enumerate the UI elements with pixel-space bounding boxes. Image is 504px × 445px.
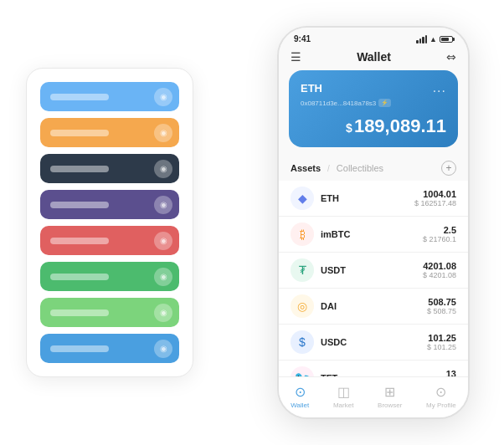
- asset-amounts: 508.75$ 508.75: [427, 297, 456, 315]
- asset-amount: 4201.08: [423, 261, 456, 271]
- bg-card-row-icon: ◉: [154, 304, 172, 322]
- bottom-nav: ⊙ Wallet ◫ Market ⊞ Browser ⊙ My Profile: [279, 376, 468, 417]
- asset-row[interactable]: ◆ETH1004.01$ 162517.48: [279, 181, 468, 217]
- asset-usd: $ 508.75: [427, 307, 456, 315]
- bg-card-row[interactable]: ◉: [40, 334, 179, 363]
- asset-amount: 2.5: [423, 225, 456, 235]
- bg-card-row-label: [50, 166, 109, 172]
- asset-row[interactable]: $USDC101.25$ 101.25: [279, 325, 468, 361]
- asset-name: ETH: [321, 193, 414, 203]
- asset-row[interactable]: ◎DAI508.75$ 508.75: [279, 289, 468, 325]
- status-icons: ▲: [416, 35, 453, 43]
- asset-icon: $: [291, 330, 314, 354]
- market-nav-icon: ◫: [337, 384, 350, 400]
- signal-icon: [416, 35, 427, 43]
- eth-card-name: ETH: [301, 82, 322, 95]
- bg-card-row-label: [50, 309, 109, 316]
- asset-icon: ₿: [291, 222, 314, 246]
- profile-nav-label: My Profile: [426, 402, 456, 409]
- market-nav-label: Market: [333, 402, 353, 409]
- eth-card[interactable]: ETH ... 0x08711d3e...8418a78s3 ⚡ $189,08…: [289, 70, 458, 147]
- nav-browser[interactable]: ⊞ Browser: [378, 384, 402, 409]
- asset-icon: ₮: [291, 258, 314, 282]
- bg-card-row-icon: ◉: [154, 232, 172, 250]
- browser-nav-label: Browser: [378, 402, 402, 409]
- bg-card-row[interactable]: ◉: [40, 190, 179, 219]
- bg-card-row-icon: ◉: [154, 196, 172, 214]
- browser-nav-icon: ⊞: [384, 384, 395, 400]
- asset-name: USDC: [321, 337, 427, 347]
- bg-card-row-label: [50, 345, 109, 352]
- bg-card-row-label: [50, 202, 109, 208]
- status-bar: 9:41 ▲: [279, 28, 468, 47]
- assets-header: Assets / Collectibles +: [279, 156, 468, 181]
- wallet-nav-label: Wallet: [291, 402, 309, 409]
- scene: ◉◉◉◉◉◉◉◉ 9:41 ▲ ☰ Wallet: [9, 9, 495, 436]
- asset-name: DAI: [321, 301, 427, 311]
- bg-card-row-icon: ◉: [154, 160, 172, 178]
- menu-icon[interactable]: ☰: [291, 50, 301, 64]
- bg-card-row-icon: ◉: [154, 268, 172, 286]
- phone-header: ☰ Wallet ⇔: [279, 47, 468, 70]
- asset-amount: 1004.01: [414, 189, 456, 199]
- eth-card-more-icon[interactable]: ...: [433, 80, 446, 95]
- battery-icon: [440, 36, 453, 43]
- asset-amount: 101.25: [427, 333, 456, 343]
- asset-amount: 13: [446, 369, 456, 376]
- page-title: Wallet: [357, 50, 391, 64]
- tab-assets[interactable]: Assets: [291, 163, 321, 173]
- asset-icon: ◎: [291, 294, 314, 318]
- asset-amounts: 1004.01$ 162517.48: [414, 189, 456, 207]
- asset-usd: $ 21760.1: [423, 235, 456, 243]
- asset-name: imBTC: [321, 229, 423, 239]
- profile-nav-icon: ⊙: [435, 384, 446, 400]
- bg-card-row[interactable]: ◉: [40, 298, 179, 327]
- asset-icon: ◆: [291, 187, 314, 210]
- asset-row[interactable]: ₿imBTC2.5$ 21760.1: [279, 217, 468, 253]
- wallet-nav-icon: ⊙: [295, 384, 306, 400]
- bg-card-row-label: [50, 238, 109, 244]
- asset-amounts: 2.5$ 21760.1: [423, 225, 456, 243]
- asset-usd: $ 162517.48: [414, 199, 456, 207]
- bg-card-row-label: [50, 130, 109, 136]
- phone-body: ETH ... 0x08711d3e...8418a78s3 ⚡ $189,08…: [279, 70, 468, 376]
- eth-card-balance: $189,089.11: [301, 115, 446, 137]
- eth-card-badge: ⚡: [378, 99, 391, 107]
- phone: 9:41 ▲ ☰ Wallet ⇔: [277, 26, 470, 419]
- bg-card-row[interactable]: ◉: [40, 82, 179, 111]
- expand-icon[interactable]: ⇔: [446, 50, 456, 64]
- asset-icon: 🐦: [291, 366, 314, 376]
- asset-usd: $ 101.25: [427, 343, 456, 351]
- bg-card-row-label: [50, 94, 109, 100]
- asset-list: ◆ETH1004.01$ 162517.48₿imBTC2.5$ 21760.1…: [279, 181, 468, 376]
- background-card-panel: ◉◉◉◉◉◉◉◉: [26, 68, 193, 377]
- assets-tabs: Assets / Collectibles: [291, 163, 383, 173]
- asset-amount: 508.75: [427, 297, 456, 307]
- nav-profile[interactable]: ⊙ My Profile: [426, 384, 456, 409]
- bg-card-row[interactable]: ◉: [40, 226, 179, 255]
- asset-amounts: 130: [446, 369, 456, 376]
- asset-amounts: 101.25$ 101.25: [427, 333, 456, 351]
- bg-card-row-icon: ◉: [154, 88, 172, 106]
- asset-amounts: 4201.08$ 4201.08: [423, 261, 456, 279]
- nav-wallet[interactable]: ⊙ Wallet: [291, 384, 309, 409]
- bg-card-row-icon: ◉: [154, 340, 172, 358]
- wifi-icon: ▲: [429, 35, 437, 43]
- bg-card-row[interactable]: ◉: [40, 262, 179, 291]
- nav-market[interactable]: ◫ Market: [333, 384, 353, 409]
- asset-name: USDT: [321, 265, 423, 275]
- asset-row[interactable]: 🐦TFT130: [279, 361, 468, 376]
- tab-collectibles[interactable]: Collectibles: [337, 163, 383, 173]
- bg-card-row[interactable]: ◉: [40, 154, 179, 183]
- eth-card-address: 0x08711d3e...8418a78s3 ⚡: [301, 99, 446, 107]
- add-asset-button[interactable]: +: [441, 161, 456, 176]
- asset-row[interactable]: ₮USDT4201.08$ 4201.08: [279, 253, 468, 289]
- bg-card-row-icon: ◉: [154, 124, 172, 142]
- asset-usd: $ 4201.08: [423, 271, 456, 279]
- status-time: 9:41: [294, 34, 311, 43]
- bg-card-row-label: [50, 274, 109, 280]
- bg-card-row[interactable]: ◉: [40, 118, 179, 147]
